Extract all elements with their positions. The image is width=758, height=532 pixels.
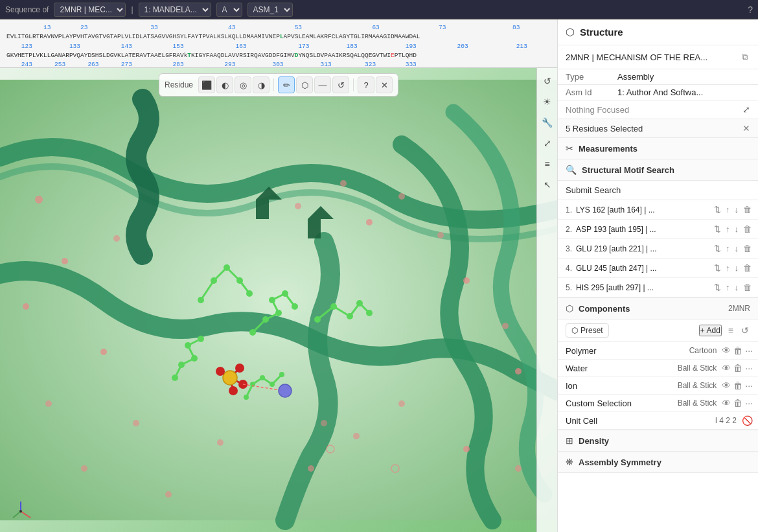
svg-point-65 <box>100 349 107 355</box>
svg-point-64 <box>113 235 120 242</box>
asm-select[interactable]: ASM_1 <box>247 3 293 17</box>
svg-point-72 <box>463 277 470 284</box>
svg-point-63 <box>23 303 29 310</box>
vp-light-btn[interactable]: ☀ <box>540 94 555 110</box>
ion-type: Ball & Stick <box>678 381 717 390</box>
vp-pointer-btn[interactable]: ↖ <box>540 177 555 192</box>
residue-up-icon-4[interactable]: ↑ <box>724 262 731 274</box>
measurements-title: Measurements <box>579 144 750 154</box>
water-type: Ball & Stick <box>678 364 717 373</box>
toolbar-btn-close[interactable]: ✕ <box>376 76 393 93</box>
vp-reset-btn[interactable]: ↺ <box>540 73 555 89</box>
residue-down-icon-5[interactable]: ↓ <box>733 281 741 294</box>
asm-id-value: 1: Author And Softwa... <box>617 87 750 97</box>
svg-point-47 <box>260 375 265 380</box>
polymer-more-icon[interactable]: ··· <box>745 345 753 356</box>
svg-point-27 <box>314 316 321 323</box>
asm-id-row: Asm Id 1: Author And Softwa... <box>558 85 758 100</box>
ion-visibility-icon[interactable]: 👁 <box>722 380 731 391</box>
assembly-symmetry-section-header[interactable]: ❋ Assembly Symmetry <box>558 452 758 473</box>
residue-up-icon-3[interactable]: ↑ <box>724 242 731 255</box>
svg-point-30 <box>356 300 363 306</box>
residue-up-icon-5[interactable]: ↑ <box>724 281 731 294</box>
residue-sort-icon-2[interactable]: ⇅ <box>713 223 722 235</box>
residue-del-icon-2[interactable]: 🗑 <box>742 223 753 235</box>
residue-sort-icon-1[interactable]: ⇅ <box>713 203 722 216</box>
help-icon[interactable]: ? <box>748 5 753 15</box>
ion-delete-icon[interactable]: 🗑 <box>733 380 742 391</box>
letter-select[interactable]: A <box>216 3 242 17</box>
type-label: Type <box>566 72 617 82</box>
residue-del-icon-1[interactable]: 🗑 <box>742 203 753 216</box>
toolbar-label: Residue <box>165 80 193 89</box>
water-row: Water Ball & Stick 👁 🗑 ··· <box>558 360 758 377</box>
sequence-bar: 13 23 33 43 53 63 73 83 93 103 113 EVLIT… <box>0 19 557 68</box>
water-more-icon[interactable]: ··· <box>745 363 753 373</box>
residue-down-icon-1[interactable]: ↓ <box>733 203 741 216</box>
residue-sort-icon-4[interactable]: ⇅ <box>713 262 722 274</box>
viewport[interactable]: Residue ⬛ ◐ ◎ ◑ ✏ ⬡ — ↺ ? ✕ ↺ ☀ 🔧 ⤢ ≡ <box>0 68 557 532</box>
residue-up-icon-1[interactable]: ↑ <box>724 203 731 216</box>
toolbar-btn-solid[interactable]: ⬛ <box>198 76 215 93</box>
vp-fullscreen-btn[interactable]: ⤢ <box>540 135 555 151</box>
svg-point-61 <box>35 196 43 203</box>
selection-count-text: 5 Residues Selected <box>566 124 742 133</box>
residue-down-icon-3[interactable]: ↓ <box>733 242 741 255</box>
toolbar-btn-minus[interactable]: — <box>314 76 331 93</box>
vp-settings-btn[interactable]: 🔧 <box>540 115 555 130</box>
density-icon: ⊞ <box>566 435 573 446</box>
entry-select[interactable]: 2MNR | MEC... <box>54 3 126 17</box>
polymer-delete-icon[interactable]: 🗑 <box>733 345 742 356</box>
residue-del-icon-3[interactable]: 🗑 <box>742 242 753 255</box>
svg-point-77 <box>308 465 314 472</box>
svg-point-21 <box>282 290 288 297</box>
toolbar-btn-toggle1[interactable]: ◐ <box>216 76 233 93</box>
preset-button[interactable]: ⬡ Preset <box>566 323 609 338</box>
residue-up-icon-2[interactable]: ↑ <box>724 223 731 235</box>
water-delete-icon[interactable]: 🗑 <box>733 363 742 373</box>
residue-del-icon-5[interactable]: 🗑 <box>742 281 753 294</box>
svg-point-45 <box>244 395 249 400</box>
expand-icon[interactable]: ⤢ <box>742 104 750 115</box>
density-title: Density <box>579 436 750 446</box>
toolbar-btn-draw[interactable]: ✏ <box>278 76 295 93</box>
components-reset-icon[interactable]: ↺ <box>740 324 750 337</box>
svg-point-80 <box>463 446 470 452</box>
toolbar-btn-toggle3[interactable]: ◑ <box>253 76 270 93</box>
submit-search-button[interactable]: Submit Search <box>558 181 758 200</box>
residue-down-icon-4[interactable]: ↓ <box>733 262 741 274</box>
custom-selection-name: Custom Selection <box>566 399 678 408</box>
water-visibility-icon[interactable]: 👁 <box>722 363 731 373</box>
toolbar-btn-undo[interactable]: ↺ <box>332 76 349 93</box>
measurements-section-header[interactable]: ✂ Measurements <box>558 138 758 159</box>
measurements-icon: ✂ <box>566 143 573 154</box>
residue-del-icon-4[interactable]: 🗑 <box>742 262 753 274</box>
unit-cell-hidden-icon[interactable]: 🚫 <box>742 415 753 426</box>
assembly-symmetry-icon: ❋ <box>566 457 573 467</box>
svg-point-66 <box>133 420 139 426</box>
components-settings-icon[interactable]: ≡ <box>727 324 735 337</box>
toolbar-btn-hex[interactable]: ⬡ <box>296 76 313 93</box>
svg-point-62 <box>62 258 68 264</box>
motif-search-header[interactable]: 🔍 Structural Motif Search <box>558 159 758 181</box>
type-row: Type Assembly <box>558 69 758 85</box>
residue-down-icon-2[interactable]: ↓ <box>733 223 741 235</box>
add-component-button[interactable]: + Add <box>699 325 722 336</box>
vp-menu-btn[interactable]: ≡ <box>540 156 555 172</box>
residue-sort-icon-3[interactable]: ⇅ <box>713 242 722 255</box>
custom-selection-more-icon[interactable]: ··· <box>745 398 753 408</box>
polymer-visibility-icon[interactable]: 👁 <box>722 345 731 356</box>
toolbar-btn-toggle2[interactable]: ◎ <box>235 76 251 93</box>
copy-button[interactable]: ⧉ <box>739 51 750 64</box>
custom-selection-delete-icon[interactable]: 🗑 <box>733 398 742 408</box>
density-section-header[interactable]: ⊞ Density <box>558 430 758 452</box>
toolbar-btn-help[interactable]: ? <box>358 76 374 93</box>
clear-selection-button[interactable]: ✕ <box>742 123 750 133</box>
chain-select[interactable]: 1: MANDELA... <box>139 3 211 17</box>
entry-title-row: 2MNR | MECHANISM OF THE REA... ⧉ <box>558 45 758 69</box>
ion-more-icon[interactable]: ··· <box>745 380 753 391</box>
custom-selection-visibility-icon[interactable]: 👁 <box>722 398 731 408</box>
residue-sort-icon-5[interactable]: ⇅ <box>713 281 722 294</box>
components-id: 2MNR <box>728 304 750 313</box>
type-value: Assembly <box>617 72 750 82</box>
